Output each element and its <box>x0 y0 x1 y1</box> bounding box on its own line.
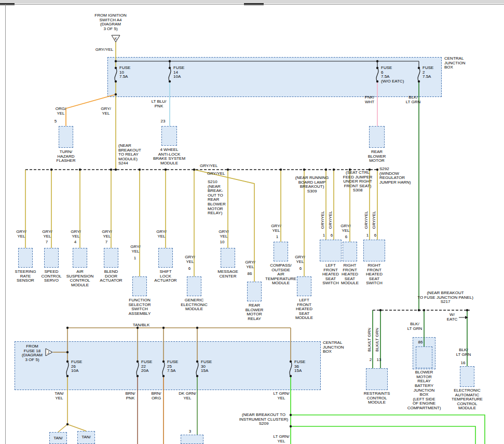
fuse-10-label: FUSE 10 7.5A <box>119 66 130 79</box>
pin-6-rf-switch: 6 <box>374 233 376 238</box>
pin-16-eatc: 16 <box>461 361 466 366</box>
junction-dot <box>66 351 69 353</box>
function-selector-label: FUNCTION SELECTOR SWITCH ASSEMBLY <box>129 298 151 316</box>
tan-yel-label: TAN/ YEL <box>55 392 64 400</box>
tan-partial-label-1: TAN/ <box>53 436 63 441</box>
pnk-wht-label: PNK/ WHT <box>365 95 375 104</box>
gry-yel-function-label: GRY/ YEL <box>130 245 140 254</box>
s217-label: (NEAR BREAKOUT TO FUSE JUNCTION PANEL) S… <box>417 291 473 304</box>
junction-dot <box>466 309 468 311</box>
gry-yel-steering-label: GRY/ YEL <box>16 230 26 239</box>
blend-door-actuator-label: BLEND DOOR ACTUATOR <box>100 270 122 283</box>
fuse-10-symbol <box>115 68 117 81</box>
junction-dot <box>162 327 165 329</box>
fuse-2-label: FUSE 2 7.5A <box>423 66 433 79</box>
fuse-30-label: FUSE 30 15A <box>201 360 212 373</box>
pin-13-restraints: 13 <box>377 358 382 363</box>
s244-label: (NEAR BREAKOUT TO RELAY MODULE) S244 <box>118 144 141 166</box>
gry-yel-speed-label: GRY/ YEL <box>42 230 52 239</box>
junction-dot <box>379 309 382 311</box>
tan-partial-label-2: TAN/ <box>81 435 91 440</box>
generic-electronic-module-label: GENERIC ELECTRONIC MODULE <box>181 298 208 312</box>
fuse-36-label: FUSE 36 15A <box>294 360 305 373</box>
pin-1-function: 1 <box>134 256 136 261</box>
lt-blu-pnk-label: LT BLU/ PNK <box>152 100 167 108</box>
s210-label: S210 (NEAR BREAK- OUT TO REAR BLOWER MOT… <box>208 180 226 216</box>
junction-dot <box>423 309 425 311</box>
rf-switch-wire-6-vlabel: GRY/YEL <box>372 211 376 229</box>
w-eatc-arrowhead <box>465 316 468 319</box>
fuse-26-symbol <box>66 362 69 376</box>
restraints-wire-2-vlabel: BLK/LT GRN <box>367 328 372 352</box>
fuse-2-symbol <box>418 68 420 81</box>
fuse-22-symbol <box>137 362 139 376</box>
w-eatc-label: W/ EATC <box>447 313 458 322</box>
gry-yel-label-2: GRY/ YEL <box>101 107 111 116</box>
ignition-connector-letter: K <box>115 37 117 40</box>
junction-dot <box>165 169 167 171</box>
junction-dot <box>303 169 305 171</box>
wiring-diagram: KJFROM IGNITION SWITCH A4 (DIAGRAM 3 OF … <box>0 0 504 444</box>
gry-yel-rf-module-label: GRY/ YEL <box>340 224 350 233</box>
fuse-6-label: FUSE 6 7.5A (W/O EATC) <box>381 66 404 84</box>
blower-motor-relay-label: BLOWER MOTOR RELAY <box>415 370 433 384</box>
junction-dot <box>193 169 195 171</box>
speed-control-servo-label: SPEED CONTROL SERVO <box>41 270 61 283</box>
pin-10-message: 10 <box>220 240 225 245</box>
gry-yel-rbm-relay-label: GRY/ YEL <box>245 260 255 269</box>
junction-dot <box>290 425 292 427</box>
pin-2-restraints: 2 <box>370 358 372 363</box>
restraints-wire-13-vlabel: BLK/LT GRN <box>375 328 379 352</box>
rf-heated-seat-switch-label: RIGHT FRONT HEATED SEAT SWITCH <box>366 263 383 286</box>
s209-branch-lower <box>291 426 475 444</box>
fuse-25-label: FUSE 25 7.5A <box>167 360 178 373</box>
pin-86-rbm-relay: 86 <box>248 272 252 276</box>
junction-dot <box>169 60 171 62</box>
pin-86-blower-relay: 86 <box>418 340 423 345</box>
junction-dot <box>333 169 335 171</box>
junction-dot <box>115 60 117 62</box>
s309-label: (NEAR RUNNING BOARD LAMP BREAKOUT) S309 <box>295 176 329 193</box>
rf-switch-wire-1-vlabel: GRY/YEL <box>364 211 369 229</box>
steering-rate-sensor-label: STEERING RATE SENSOR <box>15 270 36 283</box>
pin-7-blend: 7 <box>105 240 107 245</box>
fuse18-connector-letter: J <box>47 351 49 354</box>
rf-heated-seat-module-label: RIGHT FRONT HEATED SEAT MODULE <box>341 263 359 286</box>
fuse-25-symbol <box>162 362 165 376</box>
fuse-26-label: FUSE 26 10A <box>71 360 82 373</box>
tan-yel-branch-2 <box>67 424 86 431</box>
gry-yel-shift-label: GRY/ YEL <box>156 230 166 239</box>
gry-yel-blend-label: GRY/ YEL <box>102 230 112 239</box>
pin-23-abs: 23 <box>161 119 166 124</box>
pin-1-rf-switch: 1 <box>366 233 369 238</box>
gry-yel-gem-label: GRY/ YEL <box>185 255 195 264</box>
lt-grn-yel-label: LT GRN/ YEL <box>274 392 290 400</box>
junction-dot <box>376 60 378 62</box>
s209-label: (NEAR BREAKOUT TO INSTRUMENT CLUSTER) S2… <box>239 413 289 426</box>
gry-yel-message-label: GRY/ YEL <box>219 230 228 239</box>
eatc-module-label: ELECTRONIC AUTOMATIC TEMPERATURE CONTROL… <box>452 388 483 411</box>
junction-dot <box>227 169 229 171</box>
s308-label: (SEAT CTRL FEED JUMPER UNDER RIGHT FRONT… <box>343 171 372 193</box>
pin-6-gem: 6 <box>188 267 190 271</box>
lf-switch-wire-1-vlabel: GRY/YEL <box>320 211 325 229</box>
junction-dot <box>196 327 198 329</box>
pin-5-flasher: 5 <box>55 119 57 124</box>
compass-oat-label: COMPASS/ OUTSIDE AIR TEMPERATURE MODULE <box>265 263 296 286</box>
tan-blk-label: TAN/BLK <box>133 323 150 328</box>
fuse-36-symbol <box>290 362 292 376</box>
dk-grn-yel-label: DK GRN/ YEL <box>179 392 196 400</box>
cjb-bottom-label: CENTRAL JUNCTION BOX <box>323 341 344 354</box>
fuse18-source-label: FROM FUSE 18 (DIAGRAM 3 OF 5) <box>22 344 43 362</box>
junction-dot <box>110 169 112 171</box>
turn-hazard-flasher-label: TURN/ HAZARD FLASHER <box>57 150 76 163</box>
pin-6-lf-module: 6 <box>299 267 302 271</box>
pin-1-lf-switch: 1 <box>323 233 325 238</box>
pin-6-rf-module: 6 <box>345 235 347 240</box>
blk-lt-grn-relay-label: BLK/ LT GRN <box>407 322 423 331</box>
junction-dot <box>66 423 69 425</box>
junction-dot <box>376 169 378 171</box>
junction-dot <box>418 309 420 311</box>
junction-dot <box>66 327 69 329</box>
pin-6-lf-switch: 6 <box>331 233 333 238</box>
